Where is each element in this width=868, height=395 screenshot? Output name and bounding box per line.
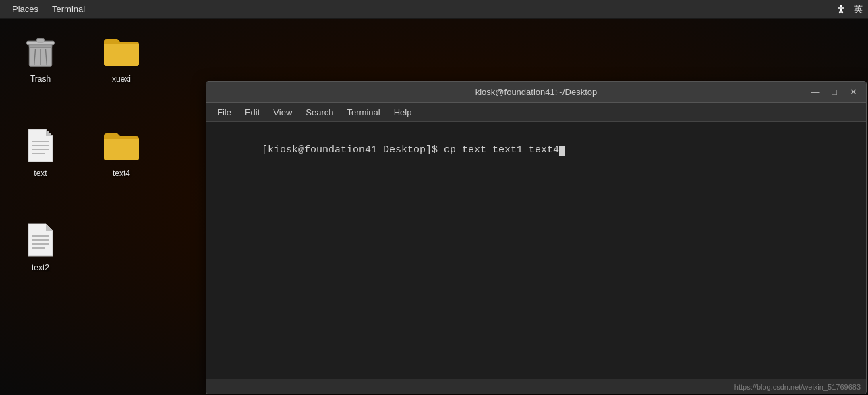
desktop-icon-trash[interactable]: Trash xyxy=(7,26,74,107)
desktop-icons-area: Trash xuexi xyxy=(0,19,202,395)
menubar-right: 英 xyxy=(834,2,863,17)
desktop-icon-text4[interactable]: text4 xyxy=(88,120,155,201)
terminal-footer: https://blog.csdn.net/weixin_51769683 xyxy=(206,379,866,394)
terminal-command-line: [kiosk@foundation41 Desktop]$ cp text te… xyxy=(213,127,859,173)
terminal-menu-search[interactable]: Search xyxy=(299,106,340,119)
trash-icon xyxy=(22,32,59,70)
terminal-menu-terminal[interactable]: Terminal xyxy=(341,106,387,119)
terminal-minimize-button[interactable]: — xyxy=(807,85,824,100)
desktop-icon-text2[interactable]: text2 xyxy=(7,214,74,295)
terminal-menu-edit[interactable]: Edit xyxy=(238,106,266,119)
terminal-window-controls: — □ ✕ xyxy=(807,85,862,100)
terminal-menu-help[interactable]: Help xyxy=(387,106,419,119)
desktop: Places Terminal 英 xyxy=(0,0,868,395)
text-file-icon xyxy=(22,127,59,164)
system-menubar: Places Terminal 英 xyxy=(0,0,868,19)
terminal-menu-view[interactable]: View xyxy=(266,106,299,119)
text2-file-icon xyxy=(22,221,59,259)
terminal-menubar: File Edit View Search Terminal Help xyxy=(206,103,866,122)
terminal-prompt: [kiosk@foundation41 Desktop]$ cp text te… xyxy=(262,144,559,156)
svg-rect-4 xyxy=(36,38,44,42)
text4-label: text4 xyxy=(113,169,130,178)
text-label: text xyxy=(34,169,47,178)
trash-label: Trash xyxy=(30,74,51,84)
footer-url: https://blog.csdn.net/weixin_51769683 xyxy=(734,383,861,391)
menubar-places[interactable]: Places xyxy=(5,3,45,16)
menubar-terminal[interactable]: Terminal xyxy=(45,3,92,16)
xuexi-label: xuexi xyxy=(112,74,131,84)
terminal-window: kiosk@foundation41:~/Desktop — □ ✕ File … xyxy=(206,81,867,394)
desktop-icon-xuexi[interactable]: xuexi xyxy=(88,26,155,107)
svg-point-0 xyxy=(840,5,842,7)
folder-text4-icon xyxy=(103,127,140,164)
folder-xuexi-icon xyxy=(103,32,140,70)
terminal-title: kiosk@foundation41:~/Desktop xyxy=(475,87,598,97)
accessibility-icon xyxy=(834,2,848,17)
terminal-cursor xyxy=(559,146,565,156)
text2-label: text2 xyxy=(32,263,49,272)
desktop-icon-text[interactable]: text xyxy=(7,120,74,201)
terminal-close-button[interactable]: ✕ xyxy=(844,85,862,100)
terminal-body[interactable]: [kiosk@foundation41 Desktop]$ cp text te… xyxy=(206,122,866,379)
terminal-titlebar: kiosk@foundation41:~/Desktop — □ ✕ xyxy=(206,82,866,103)
lang-indicator: 英 xyxy=(854,3,863,16)
terminal-menu-file[interactable]: File xyxy=(210,106,238,119)
terminal-maximize-button[interactable]: □ xyxy=(826,85,843,100)
